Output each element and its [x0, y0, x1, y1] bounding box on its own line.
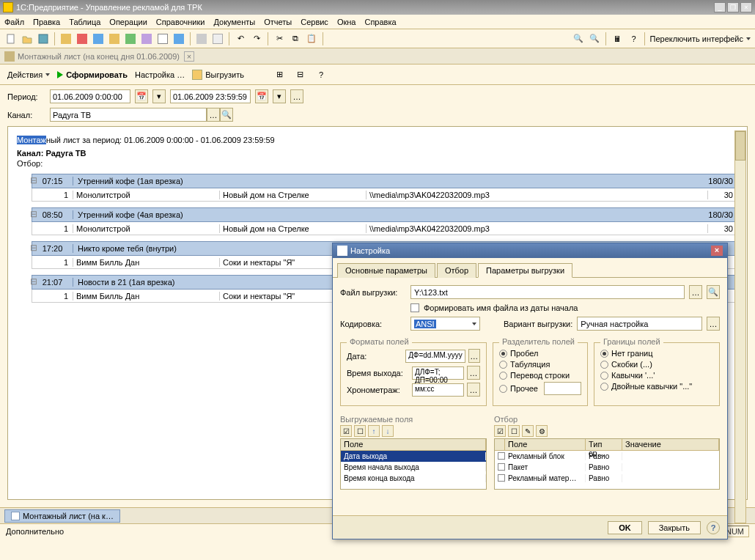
form-name-checkbox[interactable] — [410, 303, 419, 312]
switch-interface-button[interactable]: Переключить интерфейс — [649, 34, 743, 43]
format-date-input[interactable]: ДФ=dd.MM.yyyy — [405, 350, 465, 363]
close-button[interactable]: Закрыть — [648, 521, 701, 534]
dialog-help-icon[interactable]: ? — [707, 521, 720, 534]
restore-button[interactable]: ❐ — [727, 2, 739, 12]
list-item[interactable]: Дата выхода — [341, 451, 486, 462]
paste-icon[interactable]: 📋 — [305, 32, 318, 45]
vertical-scrollbar[interactable] — [734, 130, 746, 523]
tree-toggle-icon[interactable]: ⊟ — [30, 276, 40, 287]
minimize-button[interactable]: _ — [714, 2, 726, 12]
move-up-icon[interactable]: ↑ — [368, 425, 380, 437]
tree-collapse-icon[interactable]: ⊟ — [294, 68, 307, 81]
variant-ellipsis[interactable]: … — [707, 317, 720, 331]
preview-icon[interactable] — [211, 32, 224, 45]
uncheck-all-icon[interactable]: ☐ — [354, 425, 366, 437]
bound-none[interactable]: Нет границ — [600, 349, 713, 358]
bound-parens[interactable]: Скобки (...) — [600, 360, 713, 369]
period-from-spin[interactable]: ▾ — [152, 89, 166, 103]
menu-service[interactable]: Сервис — [301, 18, 328, 26]
period-to-spin[interactable]: ▾ — [273, 89, 286, 103]
print-icon[interactable] — [195, 32, 208, 45]
tb-icon-6[interactable] — [140, 32, 153, 45]
open-icon[interactable] — [21, 32, 34, 45]
tb-icon-4[interactable] — [108, 32, 121, 45]
sep-tab[interactable]: Табуляция — [499, 360, 581, 369]
filter-list[interactable]: Поле Тип ср… Значение Рекламный блокРавн… — [494, 438, 720, 490]
list-item[interactable]: Рекламный блокРавно — [495, 451, 719, 462]
chevron-down-icon[interactable] — [746, 37, 751, 40]
tree-toggle-icon[interactable]: ⊟ — [30, 175, 40, 185]
move-down-icon[interactable]: ↓ — [382, 425, 394, 437]
format-chrono-input[interactable]: мм:сс — [412, 383, 464, 397]
file-input[interactable]: Y:\123.txt — [410, 285, 685, 299]
period-to-input[interactable]: 01.06.2009 23:59:59 — [170, 89, 251, 103]
undo-icon[interactable]: ↶ — [234, 32, 247, 45]
list-item[interactable]: Время конца выхода — [341, 473, 486, 484]
tb-icon-3[interactable] — [92, 32, 105, 45]
sep-newline[interactable]: Перевод строки — [499, 371, 581, 380]
channel-search-icon[interactable]: 🔍 — [220, 108, 233, 122]
menu-documents[interactable]: Документы — [213, 18, 255, 26]
block-row[interactable]: 1МонолитстройНовый дом на Стрелке\\media… — [32, 188, 738, 202]
sep-space[interactable]: Пробел — [499, 349, 581, 358]
filter-tool-icon[interactable]: ⚙ — [536, 425, 548, 437]
tree-toggle-icon[interactable]: ⊟ — [30, 243, 40, 253]
filter-check-icon[interactable]: ☑ — [494, 425, 506, 437]
tb-icon-8[interactable] — [172, 32, 185, 45]
redo-icon[interactable]: ↷ — [250, 32, 263, 45]
menu-catalogs[interactable]: Справочники — [156, 18, 205, 26]
actions-dropdown[interactable]: Действия — [7, 70, 50, 79]
new-doc-icon[interactable] — [4, 32, 18, 45]
export-fields-list[interactable]: Поле Дата выходаВремя начала выходаВремя… — [340, 438, 487, 490]
menu-table[interactable]: Таблица — [69, 18, 100, 26]
tab-main-params[interactable]: Основные параметры — [337, 263, 435, 278]
doc-tab-title[interactable]: Монтажный лист (на конец дня 01.06.2009) — [18, 52, 180, 61]
tab-export-params[interactable]: Параметры выгрузки — [478, 263, 572, 278]
channel-input[interactable]: Радуга ТВ — [50, 108, 207, 122]
find-next-icon[interactable]: 🔍 — [588, 32, 601, 45]
menu-windows[interactable]: Окна — [337, 18, 356, 26]
tree-toggle-icon[interactable]: ⊟ — [30, 209, 40, 219]
find-icon[interactable]: 🔍 — [572, 32, 585, 45]
list-item[interactable]: Время начала выхода — [341, 462, 486, 473]
tb-icon-2[interactable] — [76, 32, 89, 45]
save-icon[interactable] — [37, 32, 50, 45]
list-item[interactable]: ПакетРавно — [495, 462, 719, 473]
file-ellipsis[interactable]: … — [689, 285, 702, 299]
period-ellipsis[interactable]: … — [290, 89, 303, 103]
format-time-input[interactable]: ДЛФ=T; ДП=00:00 — [412, 366, 464, 380]
menu-edit[interactable]: Правка — [33, 18, 60, 26]
menu-help[interactable]: Справка — [364, 18, 396, 26]
encoding-select[interactable]: ANSI — [410, 317, 480, 331]
help2-icon[interactable]: ? — [314, 68, 328, 81]
channel-ellipsis[interactable]: … — [207, 108, 220, 122]
menu-reports[interactable]: Отчеты — [264, 18, 292, 26]
tab-filter[interactable]: Отбор — [437, 263, 476, 278]
list-item[interactable]: Рекламный матер…Равно — [495, 473, 719, 484]
period-from-input[interactable]: 01.06.2009 0:00:00 — [50, 89, 130, 103]
variant-input[interactable]: Ручная настройка — [577, 317, 702, 331]
bound-dquotes[interactable]: Двойные кавычки "..." — [600, 382, 713, 391]
settings-button[interactable]: Настройка … — [135, 70, 185, 79]
period-from-cal-icon[interactable]: 📅 — [135, 89, 148, 103]
menu-operations[interactable]: Операции — [109, 18, 147, 26]
calendar-icon[interactable] — [156, 32, 169, 45]
tree-expand-icon[interactable]: ⊞ — [273, 68, 287, 81]
period-to-cal-icon[interactable]: 📅 — [255, 89, 268, 103]
form-button[interactable]: Сформировать — [57, 70, 128, 79]
tb-icon-1[interactable] — [59, 32, 73, 45]
bound-quotes[interactable]: Кавычки '...' — [600, 371, 713, 380]
close-button[interactable]: × — [740, 2, 752, 12]
help-icon[interactable]: ? — [627, 32, 640, 45]
dialog-close-icon[interactable]: × — [711, 246, 723, 256]
tb-icon-5[interactable] — [124, 32, 137, 45]
calc-icon[interactable]: 🖩 — [611, 32, 624, 45]
cut-icon[interactable]: ✂ — [273, 32, 286, 45]
doc-tab-close[interactable]: × — [184, 51, 194, 62]
copy-icon[interactable]: ⧉ — [289, 32, 302, 45]
file-search-icon[interactable]: 🔍 — [707, 285, 720, 299]
block-row[interactable]: 1МонолитстройНовый дом на Стрелке\\media… — [32, 222, 738, 235]
block-header[interactable]: 08:50Утренний кофе (4ая врезка)180/30 — [32, 207, 738, 222]
export-button[interactable]: Выгрузить — [192, 70, 244, 80]
menu-file[interactable]: Файл — [4, 18, 24, 26]
